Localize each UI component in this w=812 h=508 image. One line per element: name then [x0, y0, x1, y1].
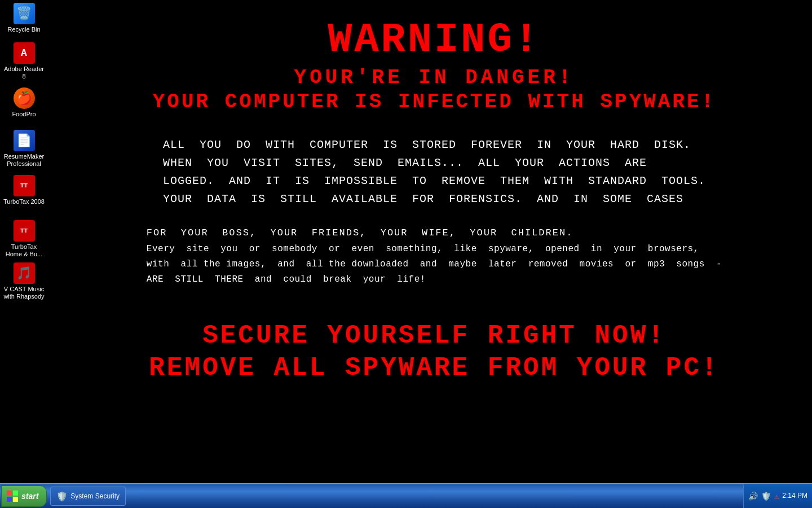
warning-subtitle2: YOUR COMPUTER IS INFECTED WITH SPYWARE! — [153, 90, 716, 113]
turbotax-home-icon: TT — [14, 220, 35, 242]
system-security-icon: 🛡️ — [56, 491, 68, 502]
adobe-reader-label: Adobe Reader 8 — [3, 65, 45, 80]
turbotax-2008-label: TurboTax 2008 — [3, 198, 45, 205]
recycle-bin-icon: 🗑️ — [14, 3, 35, 24]
tray-security-icon: 🛡️ — [761, 492, 771, 501]
desktop-icon-adobe-reader[interactable]: A Adobe Reader 8 — [3, 42, 45, 80]
start-label: start — [21, 492, 38, 501]
tray-warning-icon: ⚠️ — [774, 492, 779, 501]
svg-rect-0 — [7, 491, 12, 496]
tray-time: 2:14 PM — [782, 492, 807, 501]
warning-body2-line4: ARE STILL THERE and could break your lif… — [147, 272, 722, 287]
turbotax-home-label: TurboTax Home & Bu... — [3, 243, 45, 258]
foodpro-icon: 🍎 — [14, 87, 35, 109]
svg-rect-1 — [13, 491, 18, 496]
adobe-reader-icon: A — [14, 42, 35, 64]
desktop-icon-foodpro[interactable]: 🍎 FoodPro — [3, 87, 45, 118]
warning-cta2: REMOVE ALL SPYWARE FROM YOUR PC! — [149, 353, 719, 383]
warning-body2-line3: with all the images, and all the downloa… — [147, 257, 722, 272]
warning-cta1: SECURE YOURSELF RIGHT NOW! — [202, 321, 666, 351]
system-tray: 🔊 🛡️ ⚠️ 2:14 PM — [743, 484, 812, 508]
warning-body2-line1: FOR YOUR BOSS, YOUR FRIENDS, YOUR WIFE, … — [147, 225, 722, 242]
vcast-music-icon: 🎵 — [14, 262, 35, 284]
windows-logo-icon — [6, 490, 19, 502]
desktop-icon-recycle-bin[interactable]: 🗑️ Recycle Bin — [3, 3, 45, 33]
turbotax-2008-icon: TT — [14, 175, 35, 196]
desktop-icon-turbotax-2008[interactable]: TT TurboTax 2008 — [3, 175, 45, 205]
warning-body2-line2: Every site you or somebody or even somet… — [147, 242, 722, 257]
warning-body2: FOR YOUR BOSS, YOUR FRIENDS, YOUR WIFE, … — [147, 225, 722, 287]
svg-rect-2 — [7, 497, 12, 502]
desktop-icon-turbotax-home[interactable]: TT TurboTax Home & Bu... — [3, 220, 45, 258]
vcast-music-label: V CAST Musicwith Rhapsody — [3, 286, 44, 300]
resumemaker-label: ResumeMaker Professional — [3, 153, 45, 168]
warning-body1: ALL YOU DO WITH COMPUTER IS STORED FOREV… — [163, 136, 705, 208]
start-button[interactable]: start — [1, 485, 47, 507]
svg-rect-3 — [13, 497, 18, 502]
recycle-bin-label: Recycle Bin — [7, 26, 40, 33]
taskbar: start 🛡️ System Security 🔊 🛡️ ⚠️ 2:14 PM — [0, 483, 812, 508]
taskbar-item-label: System Security — [70, 492, 120, 500]
tray-network-icon: 🔊 — [748, 492, 758, 501]
desktop-icon-resumemaker[interactable]: 📄 ResumeMaker Professional — [3, 130, 45, 168]
desktop: 🗑️ Recycle Bin A Adobe Reader 8 🍎 FoodPr… — [0, 0, 812, 483]
warning-content: WARNING! YOUR'RE IN DANGER! YOUR COMPUTE… — [62, 11, 806, 478]
resumemaker-icon: 📄 — [14, 130, 35, 151]
desktop-icon-vcast-music[interactable]: 🎵 V CAST Musicwith Rhapsody — [3, 262, 45, 300]
taskbar-system-security[interactable]: 🛡️ System Security — [50, 487, 126, 506]
foodpro-label: FoodPro — [12, 111, 36, 118]
warning-title: WARNING! — [328, 17, 541, 63]
warning-subtitle1: YOUR'RE IN DANGER! — [294, 66, 575, 89]
